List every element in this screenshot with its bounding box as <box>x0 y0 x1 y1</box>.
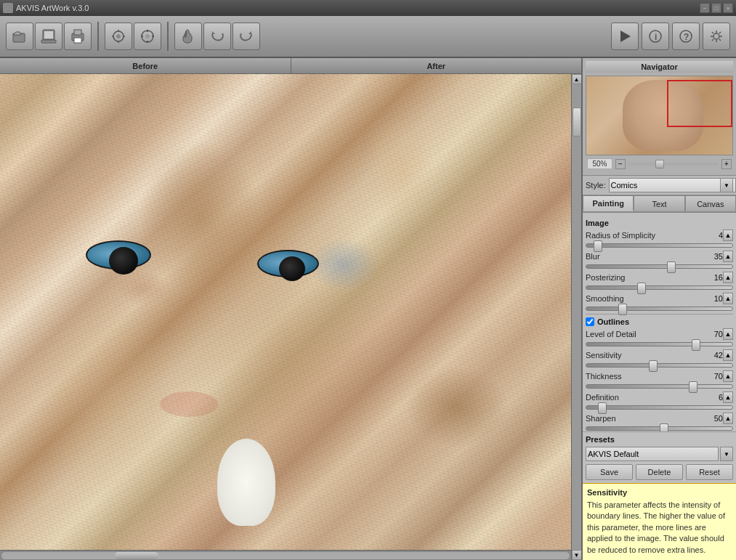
presets-buttons: Save Delete Reset <box>586 464 733 480</box>
navigator-title: Navigator <box>586 61 733 73</box>
help-button[interactable]: ? <box>672 23 700 50</box>
undo-button[interactable] <box>203 23 231 50</box>
param-label-smoothing: Smoothing <box>586 294 705 303</box>
tab-painting[interactable]: Painting <box>583 195 634 211</box>
svg-text:i: i <box>655 32 657 42</box>
style-label: Style: <box>586 181 606 190</box>
image-section-header: Image <box>586 219 733 227</box>
slider-thumb-radius[interactable] <box>594 240 602 252</box>
vscroll-track[interactable] <box>572 84 582 550</box>
vscroll-down-button[interactable]: ▼ <box>572 550 582 560</box>
slider-track-lod[interactable] <box>586 342 733 346</box>
slider-track-radius[interactable] <box>586 243 733 248</box>
slider-track-smoothing[interactable] <box>586 307 733 311</box>
tab-text[interactable]: Text <box>634 195 684 211</box>
print-button[interactable] <box>64 23 92 50</box>
app-icon <box>3 3 13 13</box>
param-plus-radius[interactable]: ▲ <box>723 230 733 241</box>
slider-thumb-posterizing[interactable] <box>637 283 646 294</box>
preferences-button[interactable] <box>703 23 730 50</box>
param-plus-blur[interactable]: ▲ <box>723 251 733 262</box>
canvas-area: Before After <box>0 58 581 560</box>
slider-thumb-definition[interactable] <box>598 402 607 414</box>
param-label-sharpen: Sharpen <box>586 414 705 423</box>
help-title: Sensitivity <box>587 488 732 497</box>
navigator-zoom-minus-button[interactable]: − <box>615 159 626 169</box>
eye-right <box>257 250 319 277</box>
hand-tool[interactable] <box>174 23 202 50</box>
flower <box>217 439 275 526</box>
run-button[interactable] <box>611 23 639 50</box>
param-label-definition: Definition <box>586 393 705 402</box>
param-row-lod: Level of Detail 70 ▲ <box>586 328 733 340</box>
minimize-button[interactable]: − <box>700 3 710 13</box>
svg-text:?: ? <box>684 32 689 42</box>
param-row-sensitivity: Sensitivity 42 ▲ <box>586 349 733 361</box>
svg-rect-3 <box>41 40 56 43</box>
after-tab[interactable]: After <box>291 58 582 73</box>
slider-track-posterizing[interactable] <box>586 285 733 290</box>
slider-thumb-blur[interactable] <box>667 261 676 273</box>
slider-track-blur[interactable] <box>586 264 733 269</box>
canvas-vertical-scrollbar[interactable]: ▲ ▼ <box>571 74 581 560</box>
before-tab[interactable]: Before <box>0 58 291 73</box>
param-label-blur: Blur <box>586 252 705 261</box>
redo-button[interactable] <box>232 23 260 50</box>
presets-section: Presets AKVIS Default Custom 1 Custom 2 … <box>583 431 736 483</box>
canvas-view <box>0 74 571 560</box>
slider-track-thickness[interactable] <box>586 384 733 389</box>
canvas-hscroll-track[interactable] <box>1 552 570 559</box>
image-section-title: Image <box>586 219 609 227</box>
close-button[interactable]: × <box>723 3 733 13</box>
style-select[interactable]: Comics Watercolor Oil Paint Pencil Sketc… <box>609 178 736 192</box>
vscroll-up-button[interactable]: ▲ <box>572 74 582 84</box>
slider-track-sensitivity[interactable] <box>586 363 733 368</box>
presets-select-row: AKVIS Default Custom 1 Custom 2 ▼ <box>586 447 733 461</box>
pupil-right <box>279 256 305 281</box>
slider-thumb-thickness[interactable] <box>689 381 697 393</box>
slider-track-sharpen[interactable] <box>586 426 733 431</box>
param-row-sharpen: Sharpen 50 ▲ <box>586 413 733 424</box>
slider-thumb-smoothing[interactable] <box>618 304 627 315</box>
slider-thumb-lod[interactable] <box>692 339 700 351</box>
save-preset-button[interactable]: Save <box>586 464 633 480</box>
titlebar: AKVIS ArtWork v.3.0 − □ × <box>0 0 736 16</box>
slider-track-definition[interactable] <box>586 405 733 410</box>
canvas-main-row: ▲ ▼ <box>0 74 581 560</box>
presets-select[interactable]: AKVIS Default Custom 1 Custom 2 <box>586 447 719 461</box>
presets-title: Presets <box>586 435 733 444</box>
canvas-hscroll-thumb[interactable] <box>115 552 158 559</box>
settings2-button[interactable] <box>105 23 132 50</box>
slider-row-smoothing <box>586 307 733 311</box>
maximize-button[interactable]: □ <box>711 3 721 13</box>
param-row-posterizing: Posterizing 16 ▲ <box>586 272 733 283</box>
scan-button[interactable] <box>35 23 62 50</box>
export-button[interactable] <box>134 23 161 50</box>
svg-rect-6 <box>74 38 81 43</box>
param-plus-posterizing[interactable]: ▲ <box>723 272 733 283</box>
vscroll-thumb[interactable] <box>573 107 581 137</box>
slider-thumb-sensitivity[interactable] <box>649 360 658 372</box>
navigator-zoom-plus-button[interactable]: + <box>721 159 732 169</box>
canvas-content[interactable] <box>0 74 571 550</box>
info-button[interactable]: i <box>642 23 669 50</box>
reset-preset-button[interactable]: Reset <box>686 464 733 480</box>
open-button[interactable] <box>6 23 33 50</box>
delete-preset-button[interactable]: Delete <box>636 464 683 480</box>
param-plus-thickness[interactable]: ▲ <box>723 370 733 382</box>
param-plus-smoothing[interactable]: ▲ <box>723 293 733 304</box>
outlines-checkbox[interactable] <box>586 317 594 326</box>
canvas-horizontal-scrollbar[interactable] <box>0 550 571 560</box>
param-label-posterizing: Posterizing <box>586 273 705 282</box>
tab-canvas[interactable]: Canvas <box>685 195 736 211</box>
param-plus-definition[interactable]: ▲ <box>723 391 733 403</box>
navigator-zoom-slider[interactable] <box>628 163 719 166</box>
app-title: AKVIS ArtWork v.3.0 <box>16 4 89 12</box>
param-plus-sensitivity[interactable]: ▲ <box>723 349 733 361</box>
param-plus-sharpen[interactable]: ▲ <box>723 413 733 424</box>
presets-dropdown-button[interactable]: ▼ <box>720 447 733 461</box>
param-plus-lod[interactable]: ▲ <box>723 328 733 340</box>
slider-thumb-sharpen[interactable] <box>660 423 668 431</box>
navigator-zoom-thumb[interactable] <box>655 160 664 169</box>
nav-tools <box>174 23 260 50</box>
